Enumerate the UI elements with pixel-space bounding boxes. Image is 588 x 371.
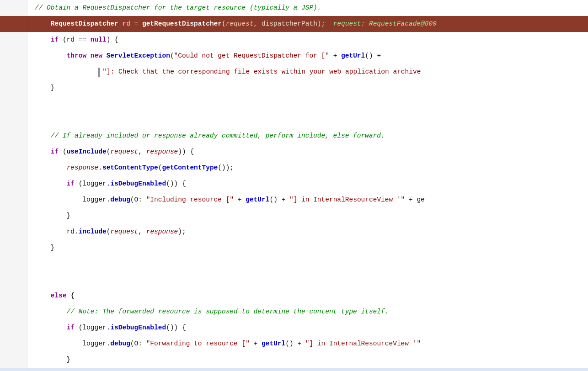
token-indent11 xyxy=(35,163,67,173)
token-string13: "Including resource [" xyxy=(146,195,234,205)
token-plain: rd = xyxy=(118,19,142,29)
line-number-17 xyxy=(0,256,27,272)
token-paren22b: () + xyxy=(285,339,305,349)
line-content-22: logger. debug (O: "Forwarding to resourc… xyxy=(27,336,588,352)
code-line-19: else { xyxy=(0,288,588,304)
token-comment20: // Note: The forwarded resource is suppo… xyxy=(35,307,389,317)
line-content-11: response . setContentType ( getContentTy… xyxy=(27,160,588,176)
token-concat22: + xyxy=(250,339,262,349)
line-number-1 xyxy=(0,0,27,16)
token-paren15b: ); xyxy=(178,227,186,237)
token-string13b: "] in InternalResourceView '" xyxy=(289,195,405,205)
line-content-9: // If already included or response alrea… xyxy=(27,128,588,144)
line-content-20: // Note: The forwarded resource is suppo… xyxy=(27,304,588,320)
token-response11: response xyxy=(67,163,99,173)
code-line-22: logger. debug (O: "Forwarding to resourc… xyxy=(0,336,588,352)
token-string1: "Could not get RequestDispatcher for [" xyxy=(174,51,329,61)
token-gct: getContentType xyxy=(162,163,218,173)
line-content-12: if (logger. isDebugEnabled ()) { xyxy=(27,176,588,192)
token-indent5 xyxy=(35,67,98,77)
token-paren: ( xyxy=(222,19,226,29)
token-paren21b: ()) { xyxy=(166,323,186,333)
line-content-19: else { xyxy=(27,288,588,304)
token-if: if xyxy=(51,35,59,45)
code-line-14: } xyxy=(0,208,588,224)
token-logger22: logger. xyxy=(82,339,110,349)
token-string22: "Forwarding to resource [" xyxy=(146,339,250,349)
token-var1: request xyxy=(226,19,254,29)
token-req10: request xyxy=(110,147,138,157)
token-concat1: + xyxy=(329,51,341,61)
token-geturl13: getUrl xyxy=(246,195,269,205)
token-rd15: rd. xyxy=(67,227,79,237)
line-content-14: } xyxy=(27,208,588,224)
token-indent13 xyxy=(35,195,82,205)
token-null: null xyxy=(91,35,107,45)
token-use-include: useInclude xyxy=(67,147,107,157)
token-space3 xyxy=(102,51,107,61)
line-number-18 xyxy=(0,272,27,288)
token-concat13: + xyxy=(234,195,246,205)
line-number-22 xyxy=(0,336,27,352)
token-paren21: (logger. xyxy=(75,323,110,333)
code-line-2: RequestDispatcher rd = getRequestDispatc… xyxy=(0,16,588,32)
token-resp15: response xyxy=(146,227,178,237)
line-content-21: if (logger. isDebugEnabled ()) { xyxy=(27,320,588,336)
token-paren12b: ()) { xyxy=(166,179,186,189)
line-number-5 xyxy=(0,64,27,80)
token-close6: } xyxy=(35,83,55,93)
code-line-16: } xyxy=(0,240,588,256)
line-content-8 xyxy=(27,112,588,128)
code-line-9: // If already included or response alrea… xyxy=(0,128,588,144)
token-paren3: () + xyxy=(365,51,381,61)
token-brace19: { xyxy=(67,291,75,301)
token-servlet-exc: ServletException xyxy=(107,51,170,61)
code-line-11: response . setContentType ( getContentTy… xyxy=(0,160,588,176)
line-number-8 xyxy=(0,112,27,128)
code-line-8 xyxy=(0,112,588,128)
line-content-13: logger. debug (O: "Including resource ["… xyxy=(27,192,588,208)
code-line-23: } xyxy=(0,352,588,368)
token-indent21 xyxy=(35,323,67,333)
token-paren13: (O: xyxy=(130,195,146,205)
code-line-7 xyxy=(0,96,588,112)
token-geturl: getUrl xyxy=(341,51,365,61)
token-indent12 xyxy=(35,179,67,189)
line-content-10: if ( useInclude ( request , response )) … xyxy=(27,144,588,160)
line-content-16: } xyxy=(27,240,588,256)
token-comma10: , xyxy=(138,147,146,157)
token-if12: if xyxy=(67,179,75,189)
token-close16: } xyxy=(35,243,55,253)
token-space2 xyxy=(86,51,91,61)
token-paren22: (O: xyxy=(130,339,146,349)
token-string22b: "] in InternalResourceView '" xyxy=(305,339,421,349)
code-line-13: logger. debug (O: "Including resource ["… xyxy=(0,192,588,208)
code-line-3: if (rd == null ) { xyxy=(0,32,588,48)
line-content-23: } xyxy=(27,352,588,368)
line-number-15 xyxy=(0,224,27,240)
line-content-3: if (rd == null ) { xyxy=(27,32,588,48)
token-concat13b: + ge xyxy=(405,195,425,205)
token-else: else xyxy=(51,291,67,301)
line-number-21 xyxy=(0,320,27,336)
code-line-21: if (logger. isDebugEnabled ()) { xyxy=(0,320,588,336)
token-string2: "]: Check that the corresponding file ex… xyxy=(102,67,421,77)
line-content-18 xyxy=(27,272,588,288)
code-line-4: throw new ServletException ( "Could not … xyxy=(0,48,588,64)
token-isdbg21: isDebugEnabled xyxy=(110,323,166,333)
token-paren10c: )) { xyxy=(178,147,194,157)
line-content-6: } xyxy=(27,80,588,96)
token-if21: if xyxy=(67,323,75,333)
token-paren11b: ()); xyxy=(218,163,234,173)
line-number-19 xyxy=(0,288,27,304)
token-brace: ) { xyxy=(107,35,118,45)
token-indent22 xyxy=(35,339,82,349)
code-line-5: "]: Check that the corresponding file ex… xyxy=(0,64,588,80)
line-number-24 xyxy=(0,368,27,371)
token-include15: include xyxy=(79,227,107,237)
token-sct: setContentType xyxy=(102,163,158,173)
code-line-15: rd. include ( request , response ); xyxy=(0,224,588,240)
code-line-24: rd. forward ( request , response ); xyxy=(0,368,588,371)
line-number-9 xyxy=(0,128,27,144)
token-close14: } xyxy=(35,211,70,221)
